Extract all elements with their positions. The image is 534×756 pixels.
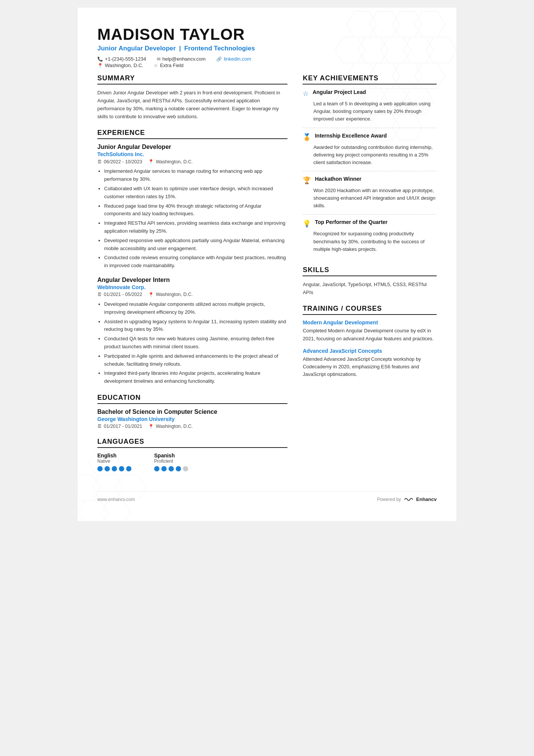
phone-number: +1-(234)-555-1234: [105, 56, 146, 62]
star-icon: ☆: [154, 63, 158, 68]
svg-marker-25: [100, 501, 131, 521]
linkedin-contact: 🔗 linkedin.com: [216, 56, 251, 62]
achievement-2-desc: Awarded for outstanding contribution dur…: [303, 144, 437, 166]
achievement-4-desc: Recognized for surpassing coding product…: [303, 230, 437, 253]
achievement-2-header: 🏅 Internship Excellence Award: [303, 133, 437, 141]
languages-title: LANGUAGES: [97, 438, 287, 448]
achievement-1-desc: Led a team of 5 in developing a web appl…: [303, 100, 437, 123]
edu-degree: Bachelor of Science in Computer Science: [97, 409, 287, 415]
email-address: help@enhancv.com: [162, 56, 206, 62]
email-icon: ✉: [157, 56, 161, 62]
brand-name: Enhancv: [416, 496, 437, 502]
location-text: Washington, D.C.: [105, 63, 143, 68]
job-1: Junior Angular Developer TechSolutions I…: [97, 144, 287, 270]
training-1: Modern Angular Development Completed Mod…: [303, 319, 437, 342]
skills-title: SKILLS: [303, 266, 437, 276]
edu-location: 📍 Washington, D.C.: [148, 424, 193, 429]
language-english: English Native: [97, 452, 131, 471]
lang-english-name: English: [97, 452, 131, 459]
job-1-title: Junior Angular Developer: [97, 144, 287, 150]
education-title: EDUCATION: [97, 394, 287, 404]
phone-contact: 📞 +1-(234)-555-1234: [97, 56, 146, 62]
link-icon: 🔗: [216, 56, 222, 62]
edu-school: George Washington University: [97, 416, 287, 422]
achievement-3-header: 🏆 Hackathon Winner: [303, 176, 437, 185]
enhancv-logo-icon: [403, 496, 414, 503]
location-icon: 📍: [97, 63, 103, 68]
footer-brand: Powered by Enhancv: [377, 496, 437, 503]
bullet-item: Developed reusable Angular components ut…: [104, 301, 287, 316]
resume-page: MADISON TAYLOR Junior Angular Developer …: [78, 8, 456, 521]
powered-by-text: Powered by: [377, 497, 401, 502]
training-1-name: Modern Angular Development: [303, 319, 437, 326]
achievement-3-desc: Won 2020 Hackathon with an innovative ap…: [303, 187, 437, 210]
summary-section: SUMMARY Driven Junior Angular Developer …: [97, 74, 287, 121]
achievement-4-header: 💡 Top Performer of the Quarter: [303, 219, 437, 228]
achievement-2-icon: 🏅: [303, 133, 311, 141]
subtitle-separator: |: [179, 45, 183, 52]
achievement-2-title: Internship Excellence Award: [315, 133, 387, 139]
bullet-item: Participated in Agile sprints and delive…: [104, 352, 287, 368]
languages-row: English Native Spanish Proficient: [97, 452, 287, 471]
lang-spanish-dots: [154, 466, 188, 471]
right-column: KEY ACHIEVEMENTS ☆ Angular Project Lead …: [303, 74, 437, 480]
bullet-item: Integrated third-party libraries into An…: [104, 369, 287, 385]
bullet-item: Reduced page load time by 40% through st…: [104, 202, 287, 218]
education-section: EDUCATION Bachelor of Science in Compute…: [97, 394, 287, 429]
phone-icon: 📞: [97, 56, 103, 62]
achievement-1-header: ☆ Angular Project Lead: [303, 89, 437, 98]
left-column: SUMMARY Driven Junior Angular Developer …: [97, 74, 287, 480]
contact-row-1: 📞 +1-(234)-555-1234 ✉ help@enhancv.com 🔗…: [97, 56, 437, 62]
calendar-icon-2: 🗓: [97, 292, 102, 297]
achievement-3-icon: 🏆: [303, 176, 311, 185]
achievement-4: 💡 Top Performer of the Quarter Recognize…: [303, 219, 437, 257]
job-1-location: 📍 Washington, D.C.: [148, 159, 193, 164]
achievement-2: 🏅 Internship Excellence Award Awarded fo…: [303, 133, 437, 171]
dot: [183, 466, 188, 471]
training-section: TRAINING / COURSES Modern Angular Develo…: [303, 305, 437, 378]
edu-meta: 🗓 01/2017 - 01/2021 📍 Washington, D.C.: [97, 424, 287, 429]
training-2: Advanced JavaScript Concepts Attended Ad…: [303, 348, 437, 378]
footer: www.enhancv.com Powered by Enhancv: [97, 491, 437, 503]
experience-title: EXPERIENCE: [97, 129, 287, 139]
edu-date: 🗓 01/2017 - 01/2021: [97, 424, 142, 429]
bullet-item: Integrated RESTful API services, providi…: [104, 219, 287, 235]
lang-english-level: Native: [97, 459, 131, 464]
achievement-3: 🏆 Hackathon Winner Won 2020 Hackathon wi…: [303, 176, 437, 214]
dot: [154, 466, 159, 471]
summary-text: Driven Junior Angular Developer with 2 y…: [97, 89, 287, 121]
training-2-name: Advanced JavaScript Concepts: [303, 348, 437, 354]
achievement-1-icon: ☆: [303, 89, 309, 98]
email-contact: ✉ help@enhancv.com: [157, 56, 206, 62]
linkedin-url: linkedin.com: [224, 56, 251, 62]
bullet-item: Implemented Angular services to manage r…: [104, 167, 287, 183]
lang-spanish-name: Spanish: [154, 452, 188, 459]
dot: [176, 466, 181, 471]
bullet-item: Collaborated with UX team to optimize us…: [104, 185, 287, 201]
dot: [169, 466, 174, 471]
job-1-bullets: Implemented Angular services to manage r…: [97, 167, 287, 270]
contact-row-2: 📍 Washington, D.C. ☆ Extra Field: [97, 63, 437, 68]
achievement-1: ☆ Angular Project Lead Led a team of 5 i…: [303, 89, 437, 128]
candidate-subtitle: Junior Angular Developer | Frontend Tech…: [97, 45, 437, 52]
subtitle-field: Frontend Technologies: [184, 45, 255, 52]
job-2: Angular Developer Intern WebInnovate Cor…: [97, 277, 287, 385]
skills-section: SKILLS Angular, JavaScript, TypeScript, …: [303, 266, 437, 297]
lang-spanish-level: Proficient: [154, 459, 188, 464]
dot: [112, 466, 117, 471]
training-1-desc: Completed Modern Angular Development cou…: [303, 327, 437, 342]
lang-english-dots: [97, 466, 131, 471]
footer-website: www.enhancv.com: [97, 497, 135, 502]
job-1-meta: 🗓 06/2022 - 10/2023 📍 Washington, D.C.: [97, 159, 287, 164]
dot: [161, 466, 167, 471]
job-2-location: 📍 Washington, D.C.: [148, 292, 193, 297]
svg-marker-24: [78, 501, 108, 521]
calendar-icon-3: 🗓: [97, 424, 102, 429]
bullet-item: Conducted QA tests for new web features …: [104, 335, 287, 351]
languages-section: LANGUAGES English Native: [97, 438, 287, 471]
achievement-4-title: Top Performer of the Quarter: [315, 219, 387, 225]
achievement-3-title: Hackathon Winner: [315, 176, 361, 182]
job-2-title: Angular Developer Intern: [97, 277, 287, 283]
extra-field: Extra Field: [160, 63, 183, 68]
location-contact: 📍 Washington, D.C.: [97, 63, 143, 68]
